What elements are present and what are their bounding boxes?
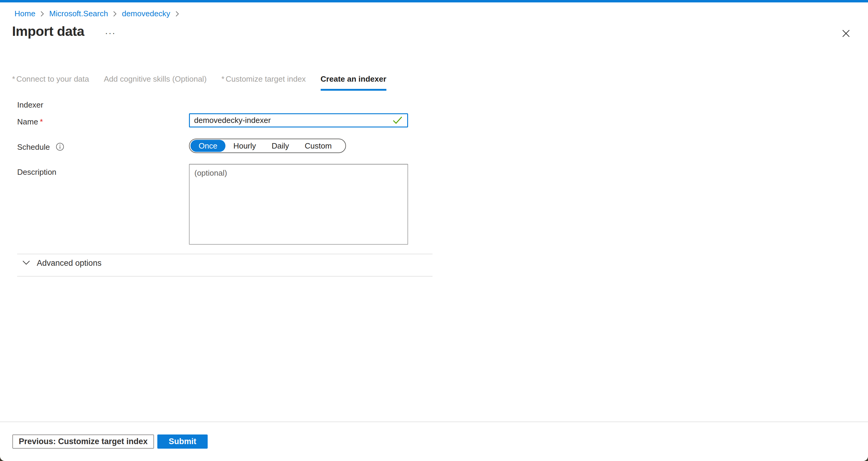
tab-connect-to-your-data[interactable]: *Connect to your data (12, 74, 89, 91)
valid-check-icon (393, 116, 403, 126)
tab-add-cognitive-skills[interactable]: Add cognitive skills (Optional) (104, 74, 207, 91)
schedule-option-once[interactable]: Once (190, 140, 225, 152)
indexer-section-label: Indexer (17, 100, 43, 110)
tab-customize-target-index[interactable]: *Customize target index (221, 74, 306, 91)
description-textarea[interactable] (189, 164, 408, 245)
chevron-right-icon (113, 10, 117, 17)
breadcrumb: Home Microsoft.Search demovedecky (14, 9, 180, 19)
divider (17, 276, 433, 277)
page-title: Import data (12, 24, 84, 39)
screen: Home Microsoft.Search demovedecky Import… (0, 0, 868, 461)
schedule-option-daily[interactable]: Daily (264, 140, 297, 152)
breadcrumb-demovedecky[interactable]: demovedecky (122, 9, 170, 19)
schedule-label-text: Schedule (17, 143, 50, 152)
wizard-tabs: *Connect to your data Add cognitive skil… (12, 74, 386, 91)
schedule-option-hourly[interactable]: Hourly (225, 140, 264, 152)
chevron-right-icon (40, 10, 44, 17)
schedule-label: Schedule (17, 143, 64, 153)
tab-label: Create an indexer (321, 74, 386, 84)
name-label-text: Name (17, 117, 38, 126)
chevron-right-icon (175, 10, 180, 17)
name-label: Name* (17, 117, 43, 127)
tab-label: Connect to your data (16, 74, 89, 84)
chevron-down-icon (22, 260, 31, 267)
required-asterisk: * (221, 74, 224, 84)
close-button[interactable] (839, 27, 853, 41)
tab-label: Customize target index (226, 74, 306, 84)
previous-step-button[interactable]: Previous: Customize target index (12, 434, 154, 449)
close-icon (842, 29, 850, 38)
import-data-blade: Home Microsoft.Search demovedecky Import… (0, 0, 868, 461)
divider (17, 254, 433, 254)
indexer-name-input[interactable] (189, 113, 408, 127)
schedule-option-custom[interactable]: Custom (297, 140, 340, 152)
submit-button[interactable]: Submit (157, 434, 208, 449)
schedule-toggle-group: Once Hourly Daily Custom (189, 139, 346, 153)
required-asterisk: * (12, 74, 15, 84)
tab-create-an-indexer[interactable]: Create an indexer (321, 74, 386, 91)
description-label: Description (17, 167, 56, 177)
advanced-options-toggle[interactable]: Advanced options (22, 258, 101, 268)
breadcrumb-microsoft-search[interactable]: Microsoft.Search (49, 9, 108, 19)
breadcrumb-home[interactable]: Home (14, 9, 35, 19)
top-accent-bar (0, 0, 868, 2)
advanced-options-label: Advanced options (37, 258, 101, 268)
more-options-icon[interactable]: ··· (105, 28, 116, 38)
tab-label: Add cognitive skills (Optional) (104, 74, 207, 84)
required-asterisk: * (40, 117, 43, 126)
footer-divider (0, 422, 868, 422)
info-icon[interactable] (56, 143, 64, 153)
